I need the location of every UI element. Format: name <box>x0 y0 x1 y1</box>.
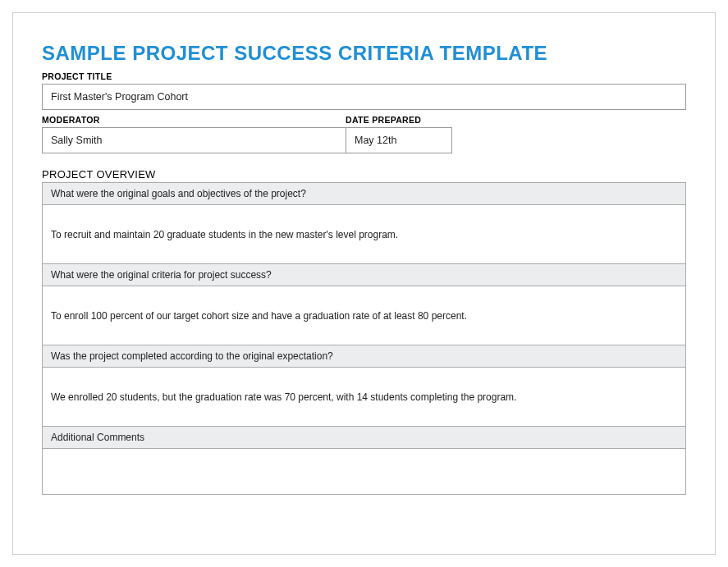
project-title-field[interactable]: First Master's Program Cohort <box>42 84 686 110</box>
answer-expectation[interactable]: We enrolled 20 students, but the graduat… <box>43 368 685 427</box>
question-comments: Additional Comments <box>43 427 685 449</box>
question-goals: What were the original goals and objecti… <box>43 183 685 205</box>
date-prepared-field[interactable]: May 12th <box>346 127 452 153</box>
answer-goals[interactable]: To recruit and maintain 20 graduate stud… <box>43 205 685 264</box>
question-criteria: What were the original criteria for proj… <box>43 264 685 286</box>
project-title-label: PROJECT TITLE <box>42 71 686 81</box>
date-prepared-label: DATE PREPARED <box>346 115 452 125</box>
answer-comments[interactable] <box>43 449 685 494</box>
overview-table: What were the original goals and objecti… <box>42 182 686 495</box>
answer-criteria[interactable]: To enroll 100 percent of our target coho… <box>43 286 685 345</box>
project-overview-heading: PROJECT OVERVIEW <box>42 168 686 181</box>
moderator-field[interactable]: Sally Smith <box>42 127 346 153</box>
moderator-date-row: MODERATOR Sally Smith DATE PREPARED May … <box>42 115 686 153</box>
document-page: SAMPLE PROJECT SUCCESS CRITERIA TEMPLATE… <box>12 12 716 555</box>
document-title: SAMPLE PROJECT SUCCESS CRITERIA TEMPLATE <box>42 42 686 65</box>
question-expectation: Was the project completed according to t… <box>43 345 685 368</box>
moderator-label: MODERATOR <box>42 115 346 125</box>
